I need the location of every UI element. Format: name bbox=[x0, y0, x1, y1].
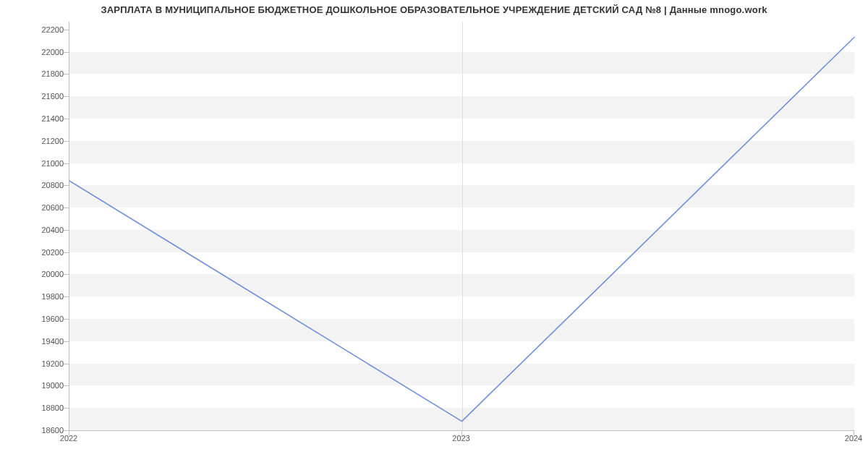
y-tick-mark bbox=[64, 296, 69, 297]
y-tick-mark bbox=[64, 252, 69, 253]
y-tick-mark bbox=[64, 408, 69, 409]
line-layer bbox=[69, 22, 854, 430]
y-tick-label: 19200 bbox=[41, 359, 64, 368]
y-tick-label: 21400 bbox=[41, 114, 64, 123]
series-line bbox=[69, 38, 854, 422]
y-tick-mark bbox=[64, 74, 69, 74]
y-tick-mark bbox=[64, 208, 69, 208]
y-tick-mark bbox=[64, 385, 69, 386]
y-tick-label: 19400 bbox=[41, 337, 64, 346]
y-tick-label: 21600 bbox=[41, 92, 64, 101]
y-tick-mark bbox=[64, 230, 69, 231]
y-tick-mark bbox=[64, 96, 69, 97]
y-tick-mark bbox=[64, 341, 69, 342]
y-tick-label: 21000 bbox=[41, 159, 64, 168]
y-tick-mark bbox=[64, 30, 69, 30]
y-tick-label: 20200 bbox=[41, 248, 64, 257]
plot-area bbox=[69, 22, 854, 431]
chart-container: ЗАРПЛАТА В МУНИЦИПАЛЬНОЕ БЮДЖЕТНОЕ ДОШКО… bbox=[0, 0, 868, 470]
y-tick-label: 18800 bbox=[41, 403, 64, 412]
y-tick-mark bbox=[64, 319, 69, 320]
y-tick-label: 20400 bbox=[41, 226, 64, 234]
chart-title: ЗАРПЛАТА В МУНИЦИПАЛЬНОЕ БЮДЖЕТНОЕ ДОШКО… bbox=[0, 4, 868, 15]
x-tick-mark bbox=[69, 430, 69, 435]
y-tick-mark bbox=[64, 141, 69, 142]
y-tick-label: 19600 bbox=[41, 315, 64, 323]
y-tick-label: 20600 bbox=[41, 203, 64, 212]
y-tick-label: 20000 bbox=[41, 270, 64, 278]
x-tick-mark bbox=[461, 430, 462, 435]
y-tick-label: 22200 bbox=[41, 25, 64, 34]
y-tick-label: 21200 bbox=[41, 137, 64, 145]
y-tick-label: 19800 bbox=[41, 292, 64, 301]
y-tick-label: 19000 bbox=[41, 381, 64, 390]
y-tick-label: 21800 bbox=[41, 69, 64, 78]
y-tick-mark bbox=[64, 364, 69, 364]
y-tick-mark bbox=[64, 430, 69, 431]
y-tick-mark bbox=[64, 185, 69, 186]
y-tick-mark bbox=[64, 274, 69, 275]
y-tick-mark bbox=[64, 119, 69, 119]
y-tick-mark bbox=[64, 163, 69, 164]
y-tick-label: 20800 bbox=[41, 181, 64, 189]
y-tick-mark bbox=[64, 52, 69, 53]
y-tick-label: 22000 bbox=[41, 48, 64, 56]
x-tick-mark bbox=[854, 430, 854, 435]
